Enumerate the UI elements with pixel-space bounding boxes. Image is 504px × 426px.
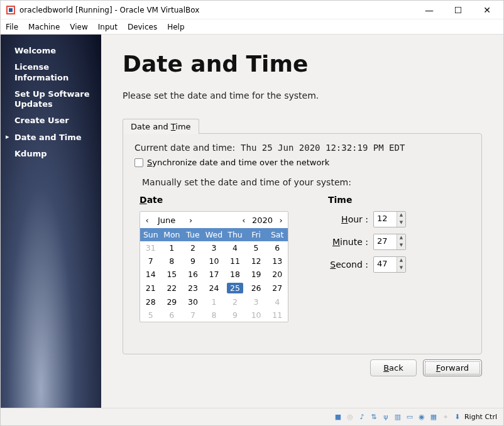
calendar-day: 9	[224, 309, 246, 322]
date-section-label: Date	[140, 195, 298, 205]
sidebar-item-welcome[interactable]: Welcome	[8, 46, 96, 56]
minute-value[interactable]: 27	[374, 234, 397, 249]
hard-disk-icon[interactable]: ■	[333, 412, 343, 422]
menu-file[interactable]: File	[6, 23, 18, 31]
hour-down-button[interactable]: ▼	[397, 219, 405, 227]
mouse-integration-icon[interactable]: ⌖	[441, 412, 451, 422]
menu-machine[interactable]: Machine	[28, 23, 60, 31]
menu-view[interactable]: View	[70, 23, 87, 31]
hour-value[interactable]: 12	[374, 212, 397, 227]
hour-spin[interactable]: 12▲▼	[373, 211, 406, 227]
usb-icon[interactable]: ψ	[381, 412, 391, 422]
calendar-day[interactable]: 10	[204, 254, 225, 268]
prev-month-button[interactable]: ‹	[140, 216, 154, 225]
forward-button[interactable]: Forward	[423, 359, 482, 376]
calendar: ‹ June › ‹ 2020 › SunMonTueWedThuFriSat …	[140, 211, 288, 322]
titlebar: oracledbworld [Running] - Oracle VM Virt…	[1, 1, 503, 19]
calendar-day: 2	[224, 295, 246, 309]
next-month-button[interactable]: ›	[184, 216, 198, 225]
calendar-day[interactable]: 29	[162, 295, 183, 309]
host-key-icon[interactable]: ⬇	[452, 412, 463, 422]
tab-date-and-time[interactable]: Date and Time	[123, 119, 199, 134]
calendar-day[interactable]: 28	[140, 295, 162, 309]
tab-label-prefix: Date and	[131, 122, 171, 131]
second-row: Second : 47▲▼	[323, 256, 470, 273]
calendar-day[interactable]: 24	[204, 281, 225, 295]
second-label: Second :	[323, 259, 368, 270]
shared-folders-icon[interactable]: ▥	[393, 412, 403, 422]
sidebar-item-date-time[interactable]: Date and Time	[8, 133, 96, 143]
time-column: Time Hour : 12▲▼ Minute : 27▲▼ Second : …	[323, 192, 470, 322]
second-value[interactable]: 47	[374, 257, 397, 272]
sync-network-row[interactable]: Synchronize date and time over the netwo…	[134, 158, 470, 167]
minute-up-button[interactable]: ▲	[397, 234, 405, 242]
minimize-button[interactable]: —	[420, 3, 438, 17]
calendar-day[interactable]: 16	[182, 268, 204, 281]
calendar-day[interactable]: 2	[182, 241, 204, 254]
calendar-day[interactable]: 5	[246, 241, 267, 254]
sidebar-item-software-updates[interactable]: Set Up Software Updates	[8, 89, 96, 110]
calendar-weekday: Fri	[246, 228, 267, 241]
back-button[interactable]: Back	[370, 359, 417, 376]
calendar-day[interactable]: 22	[162, 281, 183, 295]
sidebar-item-license[interactable]: License Information	[8, 62, 96, 83]
calendar-day: 7	[182, 309, 204, 322]
statusbar: ■ ◎ ♪ ⇅ ψ ▥ ▭ ◉ ▦ ⌖ ⬇ Right Ctrl	[1, 408, 503, 425]
calendar-day[interactable]: 1	[162, 241, 183, 254]
calendar-day[interactable]: 26	[246, 281, 267, 295]
minute-down-button[interactable]: ▼	[397, 242, 405, 249]
calendar-day[interactable]: 13	[266, 254, 288, 268]
calendar-day[interactable]: 18	[224, 268, 246, 281]
prev-year-button[interactable]: ‹	[237, 216, 251, 225]
maximize-button[interactable]: ☐	[449, 3, 467, 17]
calendar-day[interactable]: 8	[162, 254, 183, 268]
main-panel: Date and Time Please set the date and ti…	[101, 35, 503, 408]
calendar-weekday: Wed	[204, 228, 225, 241]
virtualbox-icon	[6, 5, 16, 15]
calendar-day: 6	[162, 309, 183, 322]
next-year-button[interactable]: ›	[274, 216, 288, 225]
cpu-icon[interactable]: ▦	[429, 412, 439, 422]
calendar-day[interactable]: 7	[140, 254, 162, 268]
second-spin[interactable]: 47▲▼	[373, 256, 406, 273]
calendar-day[interactable]: 25	[224, 281, 246, 295]
calendar-day[interactable]: 11	[224, 254, 246, 268]
calendar-day: 8	[204, 309, 225, 322]
minute-spin[interactable]: 27▲▼	[373, 234, 406, 250]
calendar-day[interactable]: 27	[266, 281, 288, 295]
calendar-day[interactable]: 6	[266, 241, 288, 254]
calendar-day[interactable]: 15	[162, 268, 183, 281]
menu-help[interactable]: Help	[167, 23, 184, 31]
calendar-day[interactable]: 14	[140, 268, 162, 281]
calendar-day[interactable]: 20	[266, 268, 288, 281]
menu-devices[interactable]: Devices	[128, 23, 157, 31]
calendar-day[interactable]: 19	[246, 268, 267, 281]
sidebar-item-create-user[interactable]: Create User	[8, 116, 96, 126]
page-intro: Please set the date and time for the sys…	[123, 90, 482, 101]
network-icon[interactable]: ⇅	[369, 412, 379, 422]
optical-disk-icon[interactable]: ◎	[345, 412, 355, 422]
sync-checkbox[interactable]	[134, 158, 143, 167]
calendar-day[interactable]: 9	[182, 254, 204, 268]
calendar-day[interactable]: 30	[182, 295, 204, 309]
current-datetime-label: Current date and time:	[134, 143, 235, 153]
menu-input[interactable]: Input	[98, 23, 118, 31]
calendar-weekday: Sat	[266, 228, 288, 241]
second-down-button[interactable]: ▼	[397, 265, 405, 272]
calendar-weekday: Thu	[224, 228, 246, 241]
calendar-day[interactable]: 23	[182, 281, 204, 295]
hour-up-button[interactable]: ▲	[397, 212, 405, 219]
display-icon[interactable]: ▭	[405, 412, 415, 422]
calendar-day[interactable]: 12	[246, 254, 267, 268]
close-button[interactable]: ✕	[478, 3, 496, 17]
calendar-day[interactable]: 3	[204, 241, 225, 254]
audio-icon[interactable]: ♪	[357, 412, 367, 422]
calendar-day[interactable]: 17	[204, 268, 225, 281]
second-up-button[interactable]: ▲	[397, 257, 405, 265]
calendar-day[interactable]: 21	[140, 281, 162, 295]
recording-icon[interactable]: ◉	[417, 412, 427, 422]
calendar-day[interactable]: 4	[224, 241, 246, 254]
sidebar-item-kdump[interactable]: Kdump	[8, 149, 96, 159]
vm-window: oracledbworld [Running] - Oracle VM Virt…	[0, 0, 504, 426]
calendar-weekday: Tue	[182, 228, 204, 241]
